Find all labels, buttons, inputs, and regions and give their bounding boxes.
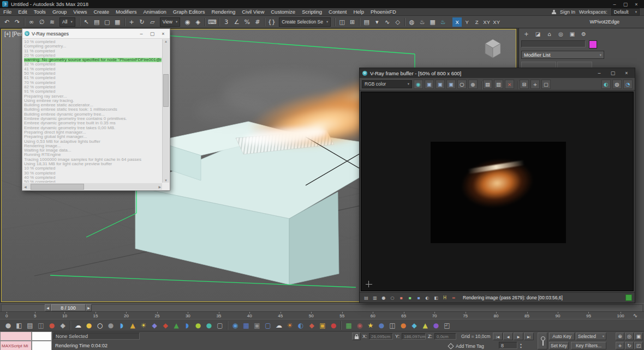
lower-toolbar-icon[interactable]: ●	[84, 320, 94, 331]
maximize-icon[interactable]: ▢	[607, 70, 618, 77]
mini-listener-label[interactable]: MAXScript Mi	[0, 341, 32, 350]
monochrome-icon[interactable]: ●	[468, 80, 478, 89]
select-and-scale-icon[interactable]: ▱	[147, 17, 158, 27]
lower-toolbar-icon[interactable]: ●	[431, 320, 442, 331]
scroll-up-icon[interactable]: ▲	[163, 40, 169, 43]
vfb-save-icon[interactable]: ▤	[362, 294, 370, 301]
zoom-all-icon[interactable]: ◎	[625, 333, 634, 340]
channel-select[interactable]: RGB color▾	[362, 80, 412, 88]
vfb-stamp-icon[interactable]: H	[441, 294, 449, 301]
menu-item[interactable]: Group	[49, 8, 70, 16]
time-slider-handle[interactable]: 8 / 100	[51, 304, 86, 311]
render-setup-icon[interactable]: ♨	[417, 17, 427, 27]
lower-toolbar-icon[interactable]: ●	[105, 320, 116, 331]
modify-tab-icon[interactable]: ◪	[533, 30, 542, 38]
frame-spinner[interactable]: ▲▼	[518, 342, 523, 349]
ribbon-icon[interactable]: ▾	[372, 17, 382, 27]
clear-image-icon[interactable]: ×	[505, 80, 514, 89]
vfb-red-icon[interactable]: ▪	[397, 294, 405, 301]
scroll-right-icon[interactable]: ▶	[158, 185, 161, 189]
stamp-icon[interactable]: ◍	[612, 80, 622, 89]
red-channel-icon[interactable]: ▣	[425, 80, 434, 89]
menu-item[interactable]: Animation	[140, 8, 170, 16]
lower-toolbar-icon[interactable]: ●	[328, 320, 339, 331]
named-set-value[interactable]: WPivot2Edge	[589, 19, 619, 25]
lower-toolbar-icon[interactable]: ☁	[73, 320, 84, 331]
lower-toolbar-icon[interactable]: ●	[3, 320, 14, 331]
lower-toolbar-icon[interactable]: ▲	[420, 320, 431, 331]
material-editor-icon[interactable]: ◍	[407, 17, 417, 27]
lower-toolbar-icon[interactable]: ☀	[138, 320, 149, 331]
track-mouse-icon[interactable]: +	[530, 80, 540, 89]
lower-toolbar-icon[interactable]: ●	[46, 320, 57, 331]
axis-x-button[interactable]: X	[452, 17, 462, 27]
select-and-move-icon[interactable]: +	[127, 17, 137, 27]
horizontal-scrollbar[interactable]: ◀ ▶	[23, 183, 162, 190]
lower-toolbar-icon[interactable]: ◆	[57, 320, 68, 331]
crossing-selection-icon[interactable]: ▦	[112, 17, 123, 27]
rendered-frame-icon[interactable]: ▦	[427, 17, 438, 27]
viewcube[interactable]	[484, 38, 502, 59]
lower-toolbar-icon[interactable]: ◫	[387, 320, 398, 331]
menu-item[interactable]: Help	[350, 8, 367, 16]
zoom-extents-icon[interactable]: ▣	[634, 333, 643, 340]
object-color-swatch[interactable]	[589, 40, 597, 49]
vfb-channels-icon[interactable]: ▥	[371, 294, 379, 301]
green-channel-icon[interactable]: ▣	[436, 80, 445, 89]
alpha-channel-icon[interactable]: ○	[457, 80, 467, 89]
rectangular-selection-icon[interactable]: ▢	[102, 17, 112, 27]
menu-item[interactable]: Customize	[267, 8, 299, 16]
lower-toolbar-icon[interactable]: ◉	[354, 320, 365, 331]
utilities-tab-icon[interactable]: ⚙	[579, 30, 588, 38]
y-coordinate-field[interactable]: 186,097cm	[402, 333, 426, 340]
key-mode-select[interactable]: Selected▾	[576, 333, 606, 340]
menu-item[interactable]: Graph Editors	[170, 8, 208, 16]
close-icon[interactable]: ×	[621, 70, 632, 77]
vfb-link-icon[interactable]: ≡	[450, 294, 457, 301]
maxscript-mini-listener[interactable]: MAXScript Mi	[0, 331, 52, 350]
vfb-blue-icon[interactable]: ▪	[415, 294, 422, 301]
save-image-icon[interactable]: ▤	[483, 80, 492, 89]
maximize-icon[interactable]: ▢	[148, 30, 157, 37]
maximize-viewport-toggle-icon[interactable]: ◰	[634, 342, 643, 349]
mini-curve-editor-icon[interactable]: ∿	[631, 312, 640, 319]
orbit-icon[interactable]: ↻	[625, 342, 634, 349]
hierarchy-tab-icon[interactable]: ⌂	[545, 30, 554, 38]
axis-plane-flyout-button[interactable]: XY	[492, 17, 501, 27]
current-frame-field[interactable]: 8	[499, 342, 517, 349]
lower-toolbar-icon[interactable]: ◧	[14, 320, 25, 331]
modifier-list-select[interactable]: Modifier List▾	[521, 51, 604, 59]
lower-toolbar-icon[interactable]: ▦	[241, 320, 252, 331]
unlink-selection-icon[interactable]: ∅	[37, 17, 47, 27]
vfb-info-icon[interactable]: ◐	[424, 294, 431, 301]
spinner-snap-icon[interactable]: #	[252, 17, 263, 27]
region-render-icon[interactable]: ▢	[541, 80, 551, 89]
track-bar[interactable]: 0510152025303540455055606570758085909510…	[0, 311, 644, 319]
duplicate-to-host-icon[interactable]: ⊟	[520, 80, 529, 89]
menu-item[interactable]: Create	[90, 8, 112, 16]
x-coordinate-field[interactable]: 26,095cm	[369, 333, 393, 340]
mirror-icon[interactable]: ◫	[337, 17, 347, 27]
menu-item[interactable]: Edit	[15, 8, 30, 16]
lower-toolbar-icon[interactable]: ◐	[295, 320, 306, 331]
auto-key-button[interactable]: Auto Key	[549, 333, 575, 340]
lower-toolbar-icon[interactable]: ☁	[273, 320, 284, 331]
axis-y-button[interactable]: Y	[462, 17, 472, 27]
bind-to-spacewarp-icon[interactable]: ≋	[47, 17, 57, 27]
render-production-icon[interactable]: ♨	[438, 17, 448, 27]
lower-toolbar-icon[interactable]: ●	[204, 320, 214, 331]
vray-messages-titlebar[interactable]: V V-Ray messages – ▢ ×	[22, 29, 170, 39]
schematic-view-icon[interactable]: ◇	[392, 17, 403, 27]
selection-filter-select[interactable]: All▾	[59, 17, 75, 27]
lower-toolbar-icon[interactable]: ▣	[317, 320, 328, 331]
next-frame-arrow[interactable]: ▶	[86, 304, 92, 311]
lower-toolbar-icon[interactable]: ◰	[442, 320, 452, 331]
create-tab-icon[interactable]: +	[522, 30, 531, 38]
play-animation-button[interactable]: ▶	[514, 333, 523, 340]
vfb-settings-icon[interactable]: ◉	[414, 80, 423, 89]
align-icon[interactable]: ⊞	[347, 17, 357, 27]
redo-icon[interactable]: ↷	[12, 17, 22, 27]
set-key-button[interactable]: Set Key	[549, 342, 569, 349]
keyboard-override-icon[interactable]: ⌨	[207, 17, 217, 27]
reference-coordinate-select[interactable]: View▾	[160, 17, 181, 27]
